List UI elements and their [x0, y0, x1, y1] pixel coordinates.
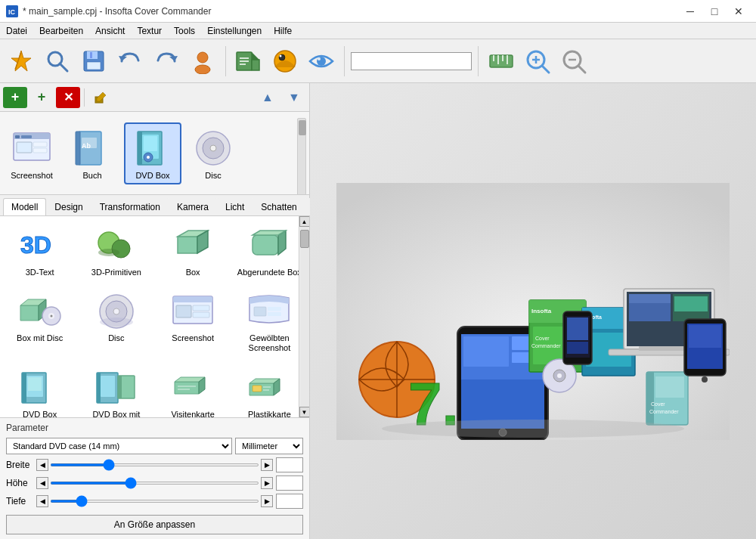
- fit-button[interactable]: An Größe anpassen: [6, 515, 303, 534]
- tab-design[interactable]: Design: [46, 198, 91, 215]
- breite-decrease[interactable]: ◀: [36, 459, 48, 471]
- thumbnail-screenshot[interactable]: Screenshot: [3, 122, 60, 184]
- model-scroll-down[interactable]: ▼: [299, 407, 310, 417]
- model-item-box-disc[interactable]: Box mit Disc: [3, 285, 76, 358]
- tiefe-value[interactable]: 14: [276, 494, 303, 509]
- thumbnail-scrollbar[interactable]: [297, 118, 306, 195]
- svg-rect-132: [567, 318, 588, 340]
- box-icon: [169, 224, 217, 266]
- model-scroll-up[interactable]: ▲: [299, 216, 310, 227]
- view-button[interactable]: [305, 45, 338, 78]
- tiefe-slider-container: ◀ ▶: [36, 495, 273, 507]
- app-icon: IC: [6, 5, 18, 17]
- thumbnail-buch[interactable]: Ab Buch: [64, 122, 121, 184]
- hoehe-increase[interactable]: ▶: [261, 477, 273, 489]
- svg-point-12: [197, 52, 208, 63]
- svg-rect-149: [689, 325, 721, 348]
- breite-slider[interactable]: [50, 463, 259, 466]
- visitenkarte-icon: [169, 366, 217, 408]
- model-item-box[interactable]: Box: [156, 219, 230, 282]
- model-item-screenshot[interactable]: Screenshot: [156, 285, 230, 358]
- zoom-in-button[interactable]: [521, 45, 554, 78]
- svg-rect-95: [118, 376, 122, 398]
- new-star-button[interactable]: [5, 45, 38, 78]
- svg-marker-63: [178, 237, 197, 253]
- menu-ansicht[interactable]: Ansicht: [89, 24, 131, 38]
- hoehe-decrease[interactable]: ◀: [36, 477, 48, 489]
- svg-rect-84: [254, 307, 266, 316]
- menu-einstellungen[interactable]: Einstellungen: [201, 24, 268, 38]
- model-item-visitenkarte[interactable]: Visitenkarte: [156, 361, 230, 417]
- model-item-rounded-box[interactable]: Abgerundete Box: [233, 219, 306, 282]
- model-grid: 3D 3D-Text 3D-Primitiven: [0, 216, 309, 417]
- search-input[interactable]: [351, 52, 472, 70]
- move-down-button[interactable]: ▼: [282, 87, 306, 108]
- export-button[interactable]: [232, 45, 265, 78]
- model-scroll-thumb: [300, 230, 309, 248]
- tiefe-increase[interactable]: ▶: [261, 495, 273, 507]
- model-item-plastikkarte[interactable]: Plastikkarte: [233, 361, 306, 417]
- svg-rect-83: [193, 312, 209, 318]
- edit-properties-button[interactable]: [88, 87, 113, 108]
- menu-textur[interactable]: Textur: [131, 24, 168, 38]
- add-object-button[interactable]: +: [3, 87, 27, 108]
- tab-schatten[interactable]: Schatten: [253, 198, 305, 215]
- minimize-button[interactable]: ─: [679, 4, 702, 19]
- tab-licht[interactable]: Licht: [217, 198, 253, 215]
- hoehe-value[interactable]: 190: [276, 475, 303, 491]
- menu-bearbeiten[interactable]: Bearbeiten: [33, 24, 89, 38]
- save-button[interactable]: [77, 45, 110, 78]
- tab-transformation[interactable]: Transformation: [91, 198, 169, 215]
- model-item-dvd-box-alt[interactable]: DVD Box mit: [79, 361, 153, 417]
- svg-marker-38: [97, 92, 106, 101]
- model-item-3d-text[interactable]: 3D 3D-Text: [3, 219, 76, 282]
- search-button[interactable]: [41, 45, 74, 78]
- unit-select[interactable]: Millimeter Pixel Inch: [235, 438, 303, 454]
- preset-select[interactable]: Standard DVD case (14 mm): [6, 438, 232, 454]
- tab-modell[interactable]: Modell: [3, 198, 46, 215]
- hoehe-slider[interactable]: [50, 482, 259, 485]
- model-item-disc[interactable]: Disc: [79, 285, 153, 358]
- tiefe-decrease[interactable]: ◀: [36, 495, 48, 507]
- thumbnail-disc[interactable]: Disc: [184, 122, 242, 184]
- model-scrollbar[interactable]: ▲ ▼: [299, 216, 309, 417]
- thumbnail-screenshot-label: Screenshot: [11, 171, 53, 180]
- model-item-dvd-box[interactable]: DVD Box: [3, 361, 76, 417]
- breite-increase[interactable]: ▶: [261, 459, 273, 471]
- separator-1: [225, 46, 226, 76]
- model-item-plastikkarte-label: Plastikkarte: [248, 410, 291, 417]
- svg-rect-139: [674, 296, 708, 311]
- model-item-box-label: Box: [186, 268, 200, 277]
- redo-button[interactable]: [150, 45, 183, 78]
- undo-button[interactable]: [113, 45, 147, 78]
- thumbnail-dvd-box[interactable]: DVD Box: [124, 122, 181, 184]
- measure-button[interactable]: [485, 45, 518, 78]
- svg-rect-66: [253, 235, 278, 255]
- hoehe-label: Höhe: [6, 478, 33, 488]
- svg-line-35: [578, 66, 585, 73]
- render-button[interactable]: [268, 45, 302, 78]
- maximize-button[interactable]: □: [703, 4, 726, 19]
- thumbnail-dvd-box-image: [132, 127, 174, 169]
- zoom-out-button[interactable]: [557, 45, 590, 78]
- menu-hilfe[interactable]: Hilfe: [268, 24, 298, 38]
- support-button[interactable]: [186, 45, 219, 78]
- model-item-curved-screenshot[interactable]: Gewölbten Screenshot: [233, 285, 306, 358]
- svg-rect-47: [76, 132, 80, 165]
- breite-value[interactable]: 135: [276, 457, 303, 472]
- delete-button[interactable]: ✕: [56, 87, 80, 108]
- tab-kamera[interactable]: Kamera: [169, 198, 217, 215]
- menu-tools[interactable]: Tools: [168, 24, 201, 38]
- svg-text:IC: IC: [8, 8, 16, 16]
- param-preset-row: Standard DVD case (14 mm) Millimeter Pix…: [6, 438, 303, 454]
- window-title: * main_sample.cpj - Insofta Cover Comman…: [23, 6, 211, 17]
- add-alt-button[interactable]: +: [29, 87, 54, 108]
- separator-2: [344, 46, 345, 76]
- move-up-button[interactable]: ▲: [256, 87, 280, 108]
- close-button[interactable]: ✕: [727, 4, 750, 19]
- model-item-3d-primitiven[interactable]: 3D-Primitiven: [79, 219, 153, 282]
- model-item-screenshot-label: Screenshot: [172, 333, 214, 343]
- menu-datei[interactable]: Datei: [0, 24, 33, 38]
- tiefe-slider[interactable]: [50, 500, 259, 503]
- svg-rect-144: [655, 376, 684, 398]
